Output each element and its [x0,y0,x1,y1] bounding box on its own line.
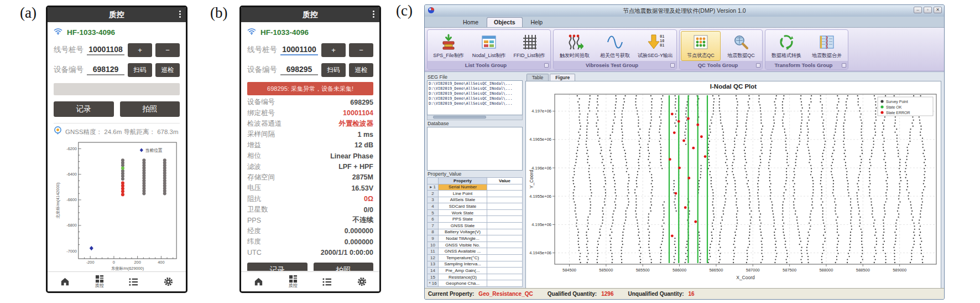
ribbon-button[interactable]: 数据格式转换 [767,31,806,61]
ribbon-button[interactable]: SPS_File制作 [429,31,468,61]
record-button[interactable]: 记录 [54,101,114,117]
ribbon-button[interactable]: 相关信号获取 [595,31,635,61]
property-row[interactable]: 4SDCard State [428,203,523,210]
record-button[interactable]: 记录 [247,263,307,271]
property-row[interactable]: 10GNSS Visible No. [428,242,523,248]
ribbon-button[interactable]: 节点状态QC [681,31,721,61]
property-row[interactable]: 9Nodal TiltAngle... [428,235,523,242]
ribbon-button-label: SPS_File制作 [433,52,464,59]
group-expand-icon[interactable] [670,63,675,68]
row-number-header [428,177,439,184]
property-row[interactable]: 15Resistance(Ω) [428,274,523,280]
group-expand-icon[interactable] [756,63,760,68]
menu-tab-help[interactable]: Help [524,17,550,27]
ribbon-button[interactable]: Nodal_List制作 [469,31,509,61]
dmp-application-window: 节点地震数据管理及处理软件(DMP) Version 1.0 – ▫ ✕ Hom… [424,4,945,300]
photo-button[interactable]: 拍照 [120,101,180,117]
seg-file-listbox[interactable]: D:\VIB2019_Demo\AllSeisQC_INodal\...D:\V… [427,80,523,115]
scan-button[interactable]: 扫码 [321,63,346,77]
ribbon-button[interactable]: FFID_List制作 [509,31,549,61]
increment-button[interactable]: + [128,43,152,57]
group-expand-icon[interactable] [842,63,846,68]
ribbon-button[interactable]: 地震数据QC [721,31,761,61]
menu-tab-home[interactable]: Home [456,17,486,27]
svg-text:588500: 588500 [856,268,870,273]
property-row[interactable]: ▸ 1Serial Number [428,184,523,191]
property-row[interactable]: 14Pre_Amp Gain(... [428,268,523,274]
line-number-input[interactable]: 10001108 [87,45,124,55]
qc-nav-icon[interactable]: 质控 [95,275,105,289]
database-label: Database [428,121,523,126]
property-row[interactable]: 5Work State [428,209,523,216]
file-list-item[interactable]: D:\VIB2019_Demo\AllSeisQC_INodal\... [429,81,521,86]
property-row[interactable]: * 16Geophone Cha... [428,280,523,287]
scan-button[interactable]: 扫码 [128,63,152,77]
info-label: 采样间隔 [247,130,275,139]
file-list-item[interactable]: D:\VIB2019_Demo\AllSeisQC_INodal\... [429,86,521,91]
overflow-menu-icon[interactable] [373,11,374,18]
list-nav-icon[interactable] [128,278,139,286]
home-nav-icon[interactable] [253,276,264,287]
decrement-button[interactable]: − [349,43,373,57]
ribbon-button[interactable]: 011001试验SEG-Y输出 [635,31,675,61]
qc-nav-icon[interactable]: 质控 [288,275,298,289]
scrollbar-thumb[interactable] [433,116,486,119]
svg-text:X_Coord: X_Coord [736,275,755,280]
property-name: Battery Voltage(V) [439,229,487,235]
inspect-button[interactable]: 巡检 [349,63,373,77]
property-value [487,248,523,255]
group-expand-icon[interactable] [544,63,549,68]
file-list-item[interactable]: D:\VIB2019_Demo\AllSeisQC_INodal\... [429,101,521,106]
device-number-input[interactable]: 698129 [87,65,124,75]
svg-text:10: 10 [660,39,664,43]
maximize-button[interactable]: ▫ [924,7,932,13]
line-number-input[interactable]: 10001100 [280,45,318,55]
property-row[interactable]: 6PPS State [428,216,523,223]
property-row[interactable]: 11GNSS Available ... [428,248,523,255]
ribbon-button[interactable]: 地震数据合并 [807,31,847,61]
row-number: 4 [428,203,439,210]
settings-gear-icon[interactable] [357,276,367,287]
property-row[interactable]: 8Battery Voltage(V) [428,229,523,235]
info-row: 卫星数0/0 [247,204,373,215]
info-row: 经度0.000000 [247,226,373,237]
close-button[interactable]: ✕ [934,7,942,13]
settings-gear-icon[interactable] [163,276,174,287]
minimize-button[interactable]: – [914,7,922,13]
ribbon-button-label: 地震数据合并 [812,52,842,59]
device-name: HF-1033-4096 [260,28,309,37]
unqualified-value: 16 [689,291,695,297]
property-row[interactable]: 2Line Point [428,191,523,197]
property-row[interactable]: 12Temperature(°C) [428,255,523,261]
menu-tab-objects[interactable]: Objects [487,17,523,27]
inspect-button[interactable]: 巡检 [155,63,180,77]
panel-label-c: (c) [396,2,413,19]
svg-text:400: 400 [158,260,164,265]
view-tab-table[interactable]: Table [527,74,549,81]
view-tab-figure[interactable]: Figure [550,74,575,81]
svg-text:-6200: -6200 [66,146,77,151]
row-number: 6 [428,216,439,223]
qualified-value: 1296 [601,291,613,297]
overflow-menu-icon[interactable] [179,11,181,18]
property-row[interactable]: 13Sampling Interva... [428,261,523,268]
page-title: 质控 [303,10,318,19]
figure-canvas: (a) (b) (c) 质控 HF-1033-4096 线号桩号 1000110… [0,0,980,303]
device-number-input[interactable]: 698295 [280,65,318,75]
file-list-item[interactable]: D:\VIB2019_Demo\AllSeisQC_INodal\... [429,91,521,96]
file-list-hscrollbar[interactable] [427,115,523,120]
property-row[interactable]: 3AllSeis State [428,197,523,203]
row-number: * 16 [428,280,439,287]
info-label: UTC [247,249,262,256]
increment-button[interactable]: + [321,43,346,57]
decrement-button[interactable]: − [155,43,180,57]
database-listbox[interactable] [427,127,523,171]
list-nav-icon[interactable] [322,278,332,286]
file-list-item[interactable]: D:\VIB2019_Demo\AllSeisQC_INodal\... [429,96,521,101]
home-nav-icon[interactable] [60,276,70,287]
photo-button[interactable]: 拍照 [314,263,374,271]
ribbon-button[interactable]: 触发时间拾取 [555,31,595,61]
info-row: 滤波LPF + HPF [247,161,373,172]
property-row[interactable]: 7GNSS State [428,223,523,229]
seismic-data-qc-icon [733,33,749,52]
